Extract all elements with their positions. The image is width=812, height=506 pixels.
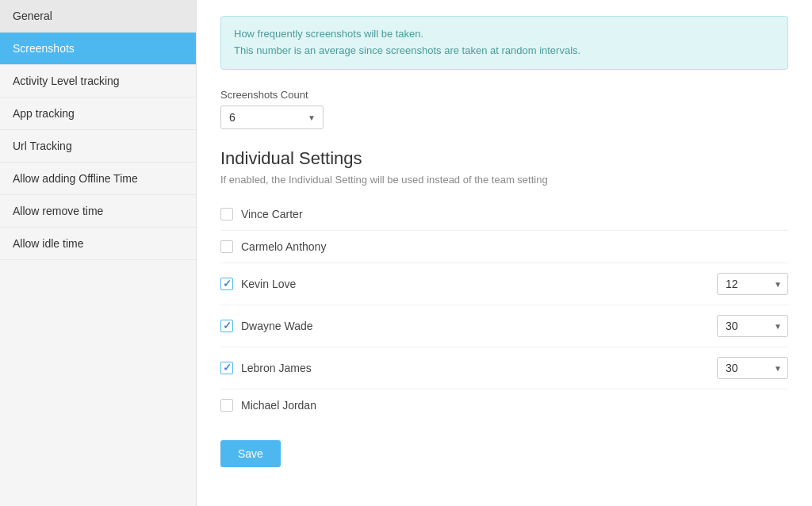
individual-settings-subtitle: If enabled, the Individual Setting will …: [220, 174, 788, 186]
checkbox-area-michael-jordan: Michael Jordan: [220, 399, 788, 412]
sidebar-item-activity-level[interactable]: Activity Level tracking: [0, 65, 196, 98]
sidebar-item-allow-idle[interactable]: Allow idle time: [0, 228, 196, 260]
screenshots-count-select[interactable]: 612182430: [220, 105, 324, 129]
person-row-michael-jordan: Michael Jordan: [220, 389, 788, 421]
save-button[interactable]: Save: [220, 440, 281, 467]
checkbox-carmelo-anthony[interactable]: [220, 240, 233, 253]
info-line2: This number is an average since screensh…: [234, 43, 775, 59]
person-name-michael-jordan: Michael Jordan: [241, 399, 316, 412]
person-select-dwayne-wade[interactable]: 612182430: [717, 315, 788, 337]
person-select-wrapper-kevin-love: 612182430: [717, 273, 788, 295]
sidebar-item-allow-remove[interactable]: Allow remove time: [0, 195, 196, 228]
checkbox-area-dwayne-wade: Dwayne Wade: [220, 320, 717, 332]
person-row-lebron-james: Lebron James612182430: [220, 347, 788, 389]
sidebar-item-app-tracking[interactable]: App tracking: [0, 98, 196, 130]
individual-settings-title: Individual Settings: [220, 148, 788, 169]
persons-list: Vince CarterCarmelo AnthonyKevin Love612…: [220, 198, 788, 421]
person-select-kevin-love[interactable]: 612182430: [717, 273, 788, 295]
info-box: How frequently screenshots will be taken…: [220, 16, 788, 70]
info-line1: How frequently screenshots will be taken…: [234, 26, 775, 43]
person-row-kevin-love: Kevin Love612182430: [220, 263, 788, 305]
sidebar-item-screenshots[interactable]: Screenshots: [0, 33, 196, 65]
sidebar-item-general[interactable]: General: [0, 0, 196, 33]
person-name-dwayne-wade: Dwayne Wade: [241, 320, 313, 332]
checkbox-area-carmelo-anthony: Carmelo Anthony: [220, 240, 788, 253]
person-select-wrapper-lebron-james: 612182430: [717, 357, 788, 379]
person-name-kevin-love: Kevin Love: [241, 278, 296, 290]
person-name-carmelo-anthony: Carmelo Anthony: [241, 240, 326, 253]
checkbox-area-vince-carter: Vince Carter: [220, 208, 788, 220]
sidebar-item-url-tracking[interactable]: Url Tracking: [0, 130, 196, 163]
checkbox-area-lebron-james: Lebron James: [220, 362, 717, 374]
person-row-dwayne-wade: Dwayne Wade612182430: [220, 305, 788, 347]
person-name-vince-carter: Vince Carter: [241, 208, 303, 220]
checkbox-area-kevin-love: Kevin Love: [220, 278, 717, 290]
person-select-lebron-james[interactable]: 612182430: [717, 357, 788, 379]
screenshots-count-label: Screenshots Count: [220, 89, 788, 101]
person-row-carmelo-anthony: Carmelo Anthony: [220, 231, 788, 263]
main-content: How frequently screenshots will be taken…: [197, 0, 812, 506]
checkbox-vince-carter[interactable]: [220, 208, 233, 220]
person-select-wrapper-dwayne-wade: 612182430: [717, 315, 788, 337]
checkbox-lebron-james[interactable]: [220, 362, 233, 374]
checkbox-dwayne-wade[interactable]: [220, 320, 233, 332]
checkbox-michael-jordan[interactable]: [220, 399, 233, 412]
sidebar: GeneralScreenshotsActivity Level trackin…: [0, 0, 197, 506]
sidebar-item-allow-adding[interactable]: Allow adding Offline Time: [0, 163, 196, 195]
person-name-lebron-james: Lebron James: [241, 362, 312, 374]
person-row-vince-carter: Vince Carter: [220, 198, 788, 231]
checkbox-kevin-love[interactable]: [220, 278, 233, 290]
screenshots-count-select-wrapper: 612182430: [220, 105, 324, 129]
